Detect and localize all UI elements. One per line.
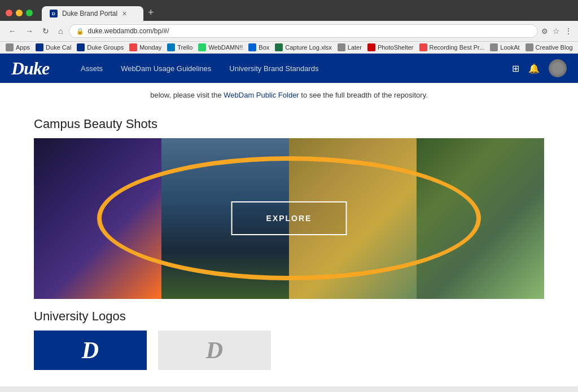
logo-card-blue[interactable]: D <box>34 331 147 370</box>
bookmark-recording[interactable]: Recording Best Pr... <box>419 43 485 51</box>
url-text: duke.webdamdb.com/bp/#/ <box>87 27 531 35</box>
bookmarks-bar: Apps Duke Cal Duke Groups Monday Trello … <box>0 42 578 54</box>
bell-icon[interactable]: 🔔 <box>528 63 540 74</box>
maximize-window-button[interactable] <box>26 10 33 16</box>
bookmark-apps[interactable]: Apps <box>6 43 30 51</box>
lookat-icon <box>490 43 498 51</box>
grid-icon[interactable]: ⊞ <box>512 63 519 74</box>
tab-bar: D Duke Brand Portal ✕ + <box>42 5 159 21</box>
browser-chrome: D Duke Brand Portal ✕ + ← → ↻ ⌂ 🔒 duke.w… <box>0 0 578 54</box>
site-nav-actions: ⊞ 🔔 <box>512 59 567 77</box>
bookmark-duke-cal[interactable]: Duke Cal <box>36 43 71 51</box>
window-buttons <box>6 10 33 16</box>
campus-image-container[interactable]: EXPLORE <box>34 138 544 299</box>
bookmark-later[interactable]: Later <box>338 43 362 51</box>
nav-bar: ← → ↻ ⌂ 🔒 duke.webdamdb.com/bp/#/ ⚙ ☆ ⋮ <box>0 21 578 42</box>
bookmark-monday[interactable]: Monday <box>129 43 161 51</box>
later-icon <box>338 43 345 51</box>
campus-panel-1 <box>34 138 161 299</box>
university-logos-title: University Logos <box>34 309 544 324</box>
bookmark-box[interactable]: Box <box>248 43 269 51</box>
forward-button[interactable]: → <box>23 25 36 37</box>
campus-beauty-shots-title: Campus Beauty Shots <box>11 117 567 131</box>
box-icon <box>248 43 256 51</box>
home-button[interactable]: ⌂ <box>55 25 65 37</box>
user-avatar[interactable] <box>549 59 567 77</box>
creative-blog-icon <box>526 43 533 51</box>
duke-logo-gray: D <box>206 337 223 364</box>
close-tab-button[interactable]: ✕ <box>122 10 127 17</box>
capture-log-icon <box>275 43 283 51</box>
webdamnn-icon <box>198 43 206 51</box>
explore-button[interactable]: EXPLORE <box>231 201 347 235</box>
bookmark-capture-log[interactable]: Capture Log.xlsx <box>275 43 332 51</box>
refresh-button[interactable]: ↻ <box>40 25 52 37</box>
address-bar[interactable]: 🔒 duke.webdamdb.com/bp/#/ <box>69 24 538 38</box>
site-logo[interactable]: Duke <box>11 58 49 79</box>
bookmark-star-icon[interactable]: ☆ <box>553 27 560 36</box>
duke-groups-icon <box>77 43 85 51</box>
nav-assets[interactable]: Assets <box>72 55 112 82</box>
intro-text: below, please visit the WebDam Public Fo… <box>11 83 567 108</box>
monday-icon <box>129 43 137 51</box>
browser-menu-icon[interactable]: ⋮ <box>564 27 572 36</box>
minimize-window-button[interactable] <box>16 10 23 16</box>
bookmark-webdamnn[interactable]: WebDAMN!! <box>198 43 243 51</box>
site-nav: Duke Assets WebDam Usage Guidelines Univ… <box>0 54 578 83</box>
back-button[interactable]: ← <box>6 25 19 37</box>
main-content: below, please visit the WebDam Public Fo… <box>0 83 578 370</box>
duke-logo-blue: D <box>82 337 99 364</box>
bookmark-photoshelter[interactable]: PhotoShelter <box>367 43 414 51</box>
webdam-public-folder-link[interactable]: WebDam Public Folder <box>224 91 299 99</box>
apps-bookmark-icon <box>6 43 14 51</box>
logos-grid: D D <box>34 331 544 370</box>
trello-icon <box>167 43 175 51</box>
bookmark-lookat[interactable]: LookAt <box>490 43 519 51</box>
new-tab-button[interactable]: + <box>143 5 159 21</box>
bookmark-trello[interactable]: Trello <box>167 43 192 51</box>
extensions-icon[interactable]: ⚙ <box>541 27 548 36</box>
logo-card-gray[interactable]: D <box>158 331 271 370</box>
site-nav-links: Assets WebDam Usage Guidelines Universit… <box>72 55 512 82</box>
university-logos-section: University Logos D D <box>11 309 567 370</box>
nav-brand-standards[interactable]: University Brand Standards <box>220 55 327 82</box>
bookmark-creative-blog[interactable]: Creative Blog <box>526 43 573 51</box>
nav-webdam-usage[interactable]: WebDam Usage Guidelines <box>112 55 220 82</box>
photoshelter-icon <box>367 43 375 51</box>
tab-title: Duke Brand Portal <box>62 10 117 17</box>
page-content: Duke Assets WebDam Usage Guidelines Univ… <box>0 54 578 386</box>
active-tab[interactable]: D Duke Brand Portal ✕ <box>42 6 143 21</box>
title-bar: D Duke Brand Portal ✕ + <box>0 0 578 21</box>
lock-icon: 🔒 <box>76 28 84 35</box>
bookmark-duke-groups[interactable]: Duke Groups <box>77 43 124 51</box>
tab-favicon: D <box>50 10 58 17</box>
duke-cal-icon <box>36 43 43 51</box>
recording-icon <box>419 43 427 51</box>
nav-icons: ⚙ ☆ ⋮ <box>541 27 572 36</box>
campus-panel-4 <box>417 138 544 299</box>
close-window-button[interactable] <box>6 10 12 16</box>
